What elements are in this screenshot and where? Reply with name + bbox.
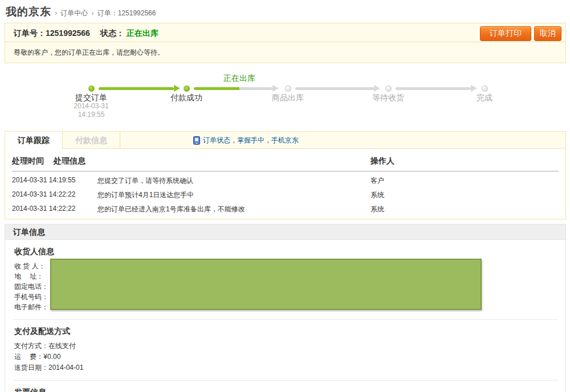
mobile-app-link-text: 订单状态，掌握手中，手机京东 bbox=[203, 136, 299, 145]
print-order-button[interactable]: 订单打印 bbox=[480, 26, 531, 41]
status-label: 状态： bbox=[100, 28, 124, 38]
delivery-date-value: 2014-04-01 bbox=[48, 364, 83, 371]
breadcrumb-separator: › bbox=[91, 9, 93, 17]
row-operator: 客户 bbox=[370, 176, 559, 186]
breadcrumb-home-link[interactable]: 我的京东 bbox=[6, 5, 51, 19]
tab-bar: 订单跟踪 付款信息 订单状态，掌握手中，手机京东 bbox=[5, 132, 565, 149]
step-label-awaiting: 等待收货 bbox=[372, 93, 404, 103]
section-divider bbox=[13, 319, 557, 320]
current-step-label: 正在出库 bbox=[223, 74, 255, 84]
row-time: 2014-03-31 14:22:22 bbox=[12, 205, 97, 214]
payment-method-row: 支付方式：在线支付 bbox=[5, 341, 565, 352]
table-row: 2014-03-31 14:19:55 您提交了订单，请等待系统确认 客户 bbox=[12, 172, 559, 186]
payment-method-label: 支付方式： bbox=[14, 342, 48, 350]
order-status-row: 订单号：1251992566状态：正在出库 订单打印 取消 bbox=[5, 23, 565, 42]
payment-method-value: 在线支付 bbox=[48, 342, 76, 350]
privacy-redaction-box bbox=[50, 259, 482, 310]
tab-order-tracking[interactable]: 订单跟踪 bbox=[5, 132, 63, 149]
step-dot-submitted bbox=[88, 85, 95, 92]
breadcrumb-separator: › bbox=[55, 9, 57, 17]
progress-arrow bbox=[295, 87, 374, 90]
order-info-body: 收货人信息 收 货 人： 地 址： 固定电话： 手机号码： 电子邮件： 支付及配… bbox=[5, 240, 566, 392]
row-info: 您提交了订单，请等待系统确认 bbox=[97, 176, 370, 186]
row-info: 您的订单已经进入南京1号库准备出库，不能修改 bbox=[97, 205, 370, 214]
header-process-info: 处理信息 bbox=[54, 156, 370, 166]
breadcrumb: 我的京东 › 订单中心 › 订单：1251992566 bbox=[6, 5, 156, 19]
order-number-label: 订单号： bbox=[14, 28, 46, 38]
step-submit-date: 2014-03-31 bbox=[74, 102, 108, 110]
header-operator: 操作人 bbox=[370, 156, 559, 166]
step-dot-paid bbox=[184, 85, 190, 92]
breadcrumb-order-center-link[interactable]: 订单中心 bbox=[60, 9, 88, 18]
row-info: 您的订单预计4月1日送达您手中 bbox=[97, 190, 370, 200]
tracking-table-header: 处理时间 处理信息 操作人 bbox=[12, 151, 559, 172]
status-value: 正在出库 bbox=[127, 28, 158, 38]
progress-arrow bbox=[194, 87, 272, 90]
step-dot-awaiting bbox=[385, 85, 392, 92]
freight-label: 运 费： bbox=[14, 353, 43, 361]
header-process-time: 处理时间 bbox=[12, 156, 54, 166]
mobile-app-link[interactable]: 订单状态，掌握手中，手机京东 bbox=[193, 136, 299, 145]
row-time: 2014-03-31 14:19:55 bbox=[12, 176, 97, 186]
breadcrumb-order-number: 订单：1251992566 bbox=[97, 9, 156, 18]
step-label-shipped: 商品出库 bbox=[272, 93, 304, 103]
order-status-panel: 订单号：1251992566状态：正在出库 订单打印 取消 尊敬的客户，您的订单… bbox=[5, 23, 566, 63]
freight-row: 运 费：¥0.00 bbox=[5, 352, 565, 362]
table-row: 2014-03-31 14:22:22 您的订单预计4月1日送达您手中 系统 bbox=[12, 186, 559, 200]
progress-arrow bbox=[396, 87, 471, 90]
delivery-date-label: 送货日期： bbox=[14, 364, 48, 371]
freight-value: ¥0.00 bbox=[43, 353, 60, 361]
order-progress-tracker: 正在出库 提交订单 付款成功 商品出库 等待收货 完成 2014-03-31 1… bbox=[0, 68, 570, 128]
delivery-date-row: 送货日期：2014-04-01 bbox=[5, 362, 565, 373]
progress-arrow bbox=[99, 87, 174, 90]
row-time: 2014-03-31 14:22:22 bbox=[12, 190, 97, 200]
cancel-order-button[interactable]: 取消 bbox=[534, 26, 561, 41]
step-label-complete: 完成 bbox=[477, 93, 492, 103]
order-info-header: 订单信息 bbox=[5, 224, 566, 240]
step-dot-complete bbox=[482, 85, 488, 92]
invoice-section-title: 发票信息 bbox=[5, 387, 565, 392]
tracking-table: 处理时间 处理信息 操作人 2014-03-31 14:19:55 您提交了订单… bbox=[5, 149, 565, 214]
order-tracking-panel: 订单跟踪 付款信息 订单状态，掌握手中，手机京东 处理时间 处理信息 操作人 2… bbox=[5, 131, 566, 219]
tab-payment-info[interactable]: 付款信息 bbox=[63, 132, 120, 149]
table-row: 2014-03-31 14:22:22 您的订单已经进入南京1号库准备出库，不能… bbox=[12, 200, 559, 214]
row-operator: 系统 bbox=[370, 205, 559, 214]
step-dot-shipped bbox=[285, 85, 291, 92]
mobile-phone-icon bbox=[193, 136, 200, 145]
order-notice-text: 尊敬的客户，您的订单正在出库，请您耐心等待。 bbox=[5, 42, 565, 63]
step-label-paid: 付款成功 bbox=[170, 93, 202, 103]
row-operator: 系统 bbox=[370, 190, 559, 200]
payment-section-title: 支付及配送方式 bbox=[5, 326, 565, 337]
step-submit-time: 14:19:55 bbox=[78, 111, 105, 119]
consignee-section-title: 收货人信息 bbox=[5, 247, 565, 257]
order-number-value: 1251992566 bbox=[46, 28, 90, 38]
section-divider bbox=[13, 380, 557, 381]
